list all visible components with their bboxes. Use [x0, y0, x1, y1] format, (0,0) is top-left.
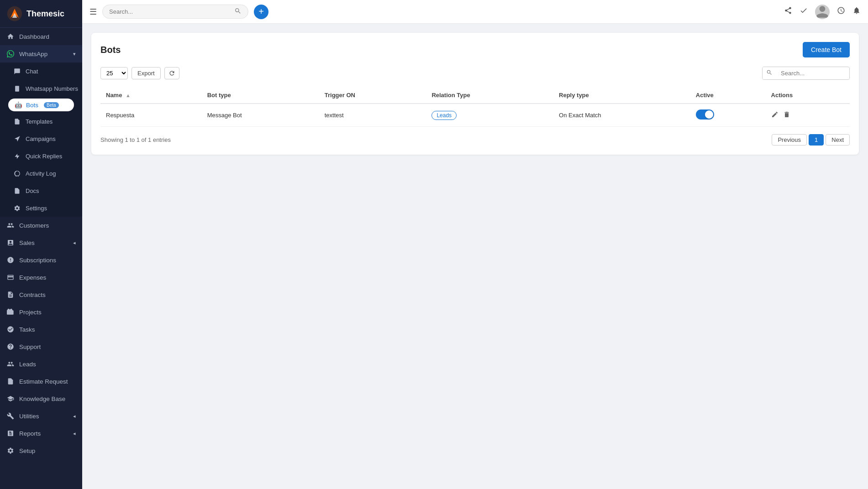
sidebar-item-reports[interactable]: Reports ◂ — [0, 425, 82, 442]
sidebar-item-setup[interactable]: Setup — [0, 442, 82, 459]
pagination-info: Showing 1 to 1 of 1 entries — [100, 136, 171, 143]
col-actions: Actions — [766, 87, 850, 104]
support-icon — [6, 343, 15, 351]
sidebar-item-contracts[interactable]: Contracts — [0, 286, 82, 303]
sidebar-label-estimate-request: Estimate Request — [19, 378, 68, 385]
tasks-icon — [6, 325, 15, 333]
col-reply-type: Reply type — [553, 87, 690, 104]
sidebar-item-expenses[interactable]: Expenses — [0, 269, 82, 286]
sales-arrow-icon: ◂ — [73, 240, 76, 246]
numbers-icon — [13, 84, 21, 93]
sidebar-item-activity-log[interactable]: Activity Log — [0, 165, 82, 182]
sidebar-item-estimate-request[interactable]: Estimate Request — [0, 373, 82, 390]
projects-icon — [6, 308, 15, 316]
sidebar-item-bots[interactable]: 🤖 Bots Beta — [8, 99, 74, 111]
global-search-input[interactable] — [109, 8, 231, 15]
expenses-icon — [6, 273, 15, 281]
toggle-track — [696, 109, 714, 120]
table-search-box — [762, 67, 850, 80]
sidebar-item-settings[interactable]: Settings — [0, 199, 82, 217]
leads-icon — [6, 360, 15, 368]
page-title: Bots — [100, 45, 121, 55]
sidebar-item-support[interactable]: Support — [0, 338, 82, 355]
topbar: ☰ + — [82, 0, 868, 24]
subscriptions-icon — [6, 256, 15, 264]
sidebar-label-knowledge-base: Knowledge Base — [19, 395, 65, 402]
add-button[interactable]: + — [254, 5, 268, 19]
bots-page-card: Bots Create Bot 25 50 100 Export — [91, 33, 859, 155]
sidebar-label-bots: Bots — [26, 102, 38, 109]
sidebar-item-docs[interactable]: Docs — [0, 182, 82, 199]
sidebar-item-projects[interactable]: Projects — [0, 303, 82, 321]
page-1-button[interactable]: 1 — [809, 134, 824, 146]
delete-icon[interactable] — [783, 111, 790, 120]
pagination-buttons: Previous 1 Next — [772, 134, 850, 146]
sidebar-label-utilities: Utilities — [19, 413, 39, 420]
sidebar-label-reports: Reports — [19, 430, 41, 437]
refresh-button[interactable] — [164, 67, 179, 79]
sidebar-item-knowledge-base[interactable]: Knowledge Base — [0, 390, 82, 407]
table-search-input[interactable] — [776, 68, 849, 79]
cell-actions — [766, 104, 850, 127]
menu-toggle-icon[interactable]: ☰ — [89, 7, 97, 17]
cell-reply-type: On Exact Match — [553, 104, 690, 127]
sidebar-label-leads: Leads — [19, 361, 36, 368]
sidebar-label-contracts: Contracts — [19, 291, 46, 298]
sidebar-item-sales[interactable]: Sales ◂ — [0, 234, 82, 251]
sidebar-item-leads[interactable]: Leads — [0, 355, 82, 373]
sidebar-label-projects: Projects — [19, 309, 42, 316]
export-button[interactable]: Export — [132, 67, 161, 79]
active-toggle[interactable] — [696, 109, 714, 120]
col-bot-type: Bot type — [202, 87, 319, 104]
sidebar-label-sales: Sales — [19, 239, 35, 246]
sidebar-label-support: Support — [19, 343, 41, 350]
sidebar-item-subscriptions[interactable]: Subscriptions — [0, 251, 82, 269]
page-content: Bots Create Bot 25 50 100 Export — [82, 24, 868, 489]
sidebar-item-chat[interactable]: Chat — [0, 62, 82, 80]
user-avatar[interactable] — [815, 5, 830, 19]
sidebar-label-whatsapp: WhatsApp — [19, 51, 47, 57]
sidebar-label-tasks: Tasks — [19, 326, 35, 333]
sidebar-label-chat: Chat — [26, 68, 38, 75]
sidebar: Themesic Dashboard WhatsApp ▾ Chat Whats… — [0, 0, 82, 489]
sidebar-item-whatsapp[interactable]: WhatsApp ▾ — [0, 45, 82, 62]
per-page-select[interactable]: 25 50 100 — [100, 67, 128, 79]
sidebar-item-tasks[interactable]: Tasks — [0, 321, 82, 338]
svg-rect-3 — [15, 86, 19, 92]
whatsapp-icon — [6, 50, 15, 58]
col-name: Name ▲ — [100, 87, 202, 104]
check-icon[interactable] — [800, 6, 808, 17]
bot-icon: 🤖 — [15, 101, 22, 109]
previous-page-button[interactable]: Previous — [772, 134, 807, 146]
sidebar-item-quick-replies[interactable]: Quick Replies — [0, 147, 82, 165]
sidebar-item-campaigns[interactable]: Campaigns — [0, 130, 82, 147]
sidebar-item-dashboard[interactable]: Dashboard — [0, 28, 82, 45]
topbar-right — [784, 5, 861, 19]
utilities-arrow-icon: ◂ — [73, 413, 76, 419]
action-icons — [771, 111, 844, 120]
edit-icon[interactable] — [771, 111, 779, 120]
setup-icon — [6, 447, 15, 455]
settings-icon — [13, 204, 21, 212]
logo-area: Themesic — [0, 0, 82, 28]
sidebar-item-utilities[interactable]: Utilities ◂ — [0, 407, 82, 425]
sidebar-label-customers: Customers — [19, 222, 49, 229]
sidebar-item-templates[interactable]: Templates — [0, 113, 82, 130]
global-search-icon[interactable] — [234, 7, 242, 16]
sidebar-label-setup: Setup — [19, 447, 35, 454]
sidebar-label-subscriptions: Subscriptions — [19, 257, 56, 264]
create-bot-button[interactable]: Create Bot — [803, 42, 850, 57]
sidebar-label-templates: Templates — [26, 118, 53, 125]
share-icon[interactable] — [784, 6, 792, 17]
sidebar-item-whatsapp-numbers[interactable]: Whatsapp Numbers — [0, 80, 82, 97]
reports-icon — [6, 429, 15, 437]
next-page-button[interactable]: Next — [826, 134, 850, 146]
utilities-icon — [6, 412, 15, 420]
estimate-icon — [6, 377, 15, 385]
sidebar-label-campaigns: Campaigns — [26, 135, 56, 142]
sidebar-item-customers[interactable]: Customers — [0, 217, 82, 234]
clock-icon[interactable] — [837, 6, 845, 17]
sort-arrow-icon[interactable]: ▲ — [126, 93, 131, 98]
knowledge-icon — [6, 395, 15, 403]
bell-icon[interactable] — [852, 6, 861, 17]
